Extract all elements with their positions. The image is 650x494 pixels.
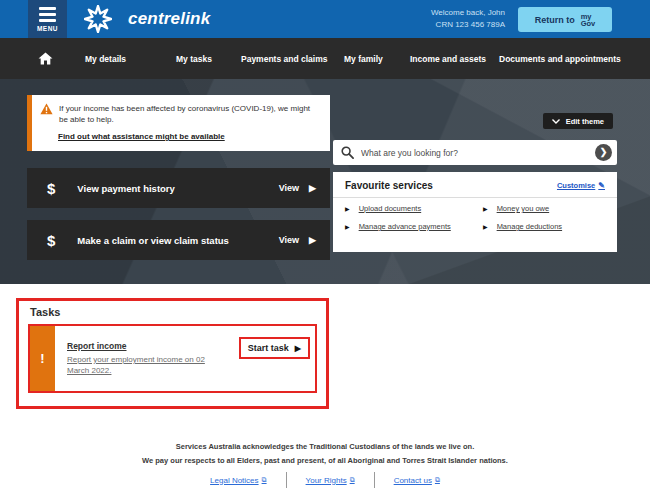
warning-icon — [40, 103, 53, 115]
menu-button-label: MENU — [37, 25, 58, 32]
edit-theme-button[interactable]: Edit theme — [543, 113, 613, 129]
customise-label: Customise — [557, 181, 595, 190]
fav-link-label: Upload documents — [359, 204, 422, 213]
search-icon — [341, 146, 354, 159]
footer-links: Legal Notices ⧉ Your Rights ⧉ Contact us… — [0, 472, 650, 488]
favourite-services-panel: Favourite services Customise ✎ ▶ Upload … — [333, 172, 617, 252]
centrelink-logo: centrelink — [84, 5, 210, 33]
return-label: Return to — [535, 15, 575, 25]
your-rights-link[interactable]: Your Rights ⧉ — [287, 472, 374, 488]
favourite-services-title: Favourite services — [345, 180, 433, 191]
arrow-right-icon: ▶ — [483, 223, 488, 230]
coronavirus-alert: If your income has been affected by coro… — [27, 95, 330, 151]
footer-link-label: Your Rights — [306, 476, 347, 485]
nav-payments-and-claims[interactable]: Payments and claims — [241, 38, 327, 79]
return-to-mygov-button[interactable]: Return to my Gov — [518, 7, 612, 32]
nav-label: My family — [344, 54, 383, 64]
nav-income-and-assets[interactable]: Income and assets — [410, 38, 486, 79]
play-arrow-icon: ▶ — [309, 235, 316, 245]
footer-acknowledgement-line2: We pay our respects to all Elders, past … — [0, 456, 650, 465]
nav-label: My tasks — [176, 54, 212, 64]
external-link-icon: ⧉ — [435, 476, 440, 484]
fav-link-manage-deductions[interactable]: ▶ Manage deductions — [475, 222, 613, 231]
search-input[interactable] — [361, 148, 588, 158]
view-payment-history-card[interactable]: $ View payment history View ▶ — [27, 168, 330, 208]
fav-link-label: Manage deductions — [497, 222, 562, 231]
mygov-logo: my Gov — [581, 13, 596, 27]
arrow-right-icon: ▶ — [345, 205, 350, 212]
footer-link-label: Legal Notices — [210, 476, 258, 485]
play-arrow-icon: ▶ — [295, 344, 301, 353]
nav-my-details[interactable]: My details — [85, 38, 126, 79]
task-alert-bar: ! — [30, 326, 55, 391]
nav-home[interactable] — [38, 38, 53, 79]
dollar-icon: $ — [47, 232, 55, 249]
view-button-label[interactable]: View — [279, 235, 299, 245]
menu-button[interactable]: MENU — [28, 0, 67, 38]
dollar-icon: $ — [47, 180, 55, 197]
view-button-label[interactable]: View — [279, 183, 299, 193]
fav-link-money-you-owe[interactable]: ▶ Money you owe — [475, 204, 613, 213]
make-a-claim-card[interactable]: $ Make a claim or view claim status View… — [27, 220, 330, 260]
search-submit-button[interactable]: ❯ — [595, 144, 612, 161]
card-title: View payment history — [77, 183, 278, 194]
nav-documents-and-appointments[interactable]: Documents and appointments — [499, 38, 621, 79]
welcome-text: Welcome back, John CRN 123 456 789A — [431, 7, 505, 31]
tasks-heading: Tasks — [30, 306, 60, 318]
fav-link-manage-advance-payments[interactable]: ▶ Manage advance payments — [337, 222, 475, 231]
legal-notices-link[interactable]: Legal Notices ⧉ — [191, 472, 285, 488]
external-link-icon: ⧉ — [262, 476, 267, 484]
card-title: Make a claim or view claim status — [77, 235, 278, 246]
fav-link-label: Manage advance payments — [359, 222, 451, 231]
exclamation-icon: ! — [40, 351, 44, 366]
start-task-button[interactable]: Start task ▶ — [239, 337, 310, 359]
edit-theme-label: Edit theme — [566, 117, 604, 126]
alert-text: If your income has been affected by coro… — [59, 103, 319, 125]
tasks-section-highlight: Tasks ! Report income Report your employ… — [16, 298, 329, 409]
hero-section: If your income has been affected by coro… — [0, 79, 650, 284]
report-income-task-card: ! Report income Report your employment i… — [28, 324, 317, 393]
fav-link-label: Money you owe — [497, 204, 550, 213]
nav-label: Income and assets — [410, 54, 486, 64]
arrow-right-icon: ▶ — [345, 223, 350, 230]
task-description-link[interactable]: Report your employment income on 02 Marc… — [67, 354, 217, 376]
mygov-logo-bottom: Gov — [581, 19, 596, 28]
main-nav: My details My tasks Payments and claims … — [0, 38, 650, 79]
report-income-link[interactable]: Report income — [67, 341, 127, 351]
nav-my-tasks[interactable]: My tasks — [176, 38, 212, 79]
external-link-icon: ⧉ — [350, 476, 355, 484]
crn-line: CRN 123 456 789A — [431, 19, 505, 31]
brand-name: centrelink — [128, 9, 210, 29]
play-arrow-icon: ▶ — [309, 183, 316, 193]
arrow-right-icon: ▶ — [483, 205, 488, 212]
header-bar: MENU centrelink Welcome back, John CRN 1… — [0, 0, 650, 38]
nav-label: My details — [85, 54, 126, 64]
search-bar: ❯ — [333, 140, 617, 165]
pencil-icon: ✎ — [598, 181, 605, 190]
start-task-label: Start task — [248, 343, 289, 353]
home-icon — [38, 52, 53, 65]
hamburger-icon — [39, 7, 56, 22]
fav-link-upload-documents[interactable]: ▶ Upload documents — [337, 204, 475, 213]
nav-label: Documents and appointments — [499, 54, 621, 64]
chevron-down-icon — [552, 119, 560, 124]
nav-my-family[interactable]: My family — [344, 38, 383, 79]
footer-link-label: Contact us — [394, 476, 432, 485]
customise-link[interactable]: Customise ✎ — [557, 181, 605, 190]
centrelink-star-icon — [84, 5, 112, 33]
footer-acknowledgement-line1: Services Australia acknowledges the Trad… — [0, 442, 650, 451]
welcome-line: Welcome back, John — [431, 7, 505, 19]
alert-assistance-link[interactable]: Find out what assistance might be availa… — [58, 132, 225, 141]
nav-label: Payments and claims — [241, 54, 327, 64]
contact-us-link[interactable]: Contact us ⧉ — [375, 472, 459, 488]
